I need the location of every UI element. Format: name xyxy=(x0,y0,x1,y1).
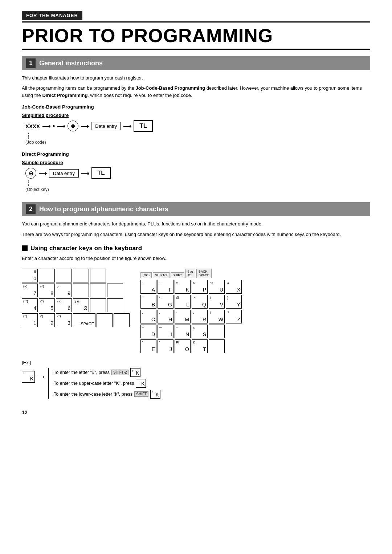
shift-badge: SHIFT xyxy=(134,391,148,397)
flow-arrow1: ⟶ xyxy=(42,123,50,130)
kb-key-6: (~) 6 xyxy=(56,298,72,312)
kb-key-R: .R xyxy=(192,310,208,323)
flow-arrow4: ⟶ xyxy=(123,123,131,130)
flow-tl1: TL xyxy=(134,120,153,132)
section1-header: 1 General instructions xyxy=(22,56,370,70)
kb-row2: (~) 7 (^) 8 ¿ 9 xyxy=(22,284,130,297)
kb-key-G: *G xyxy=(158,295,173,309)
kb-empty5 xyxy=(73,284,89,297)
kb-key-I: —I xyxy=(158,325,173,338)
section2-para1: You can program alphanumeric characters … xyxy=(22,220,370,228)
kb-top-row: (DC) SHIFT-2 SHIFT ¢ æÆ BACKSPACE xyxy=(140,269,242,278)
kb-key-X: &X xyxy=(226,280,242,294)
char-keys-heading: Using character keys on the keyboard xyxy=(30,245,142,252)
flow-minus-circle: ⊖ xyxy=(25,168,36,179)
ex-key-K: ° K xyxy=(22,371,35,383)
kb-key-T: £T xyxy=(192,339,208,353)
kb-key-Q: ✓Q xyxy=(192,295,208,309)
kb-key-8: (^) 8 xyxy=(39,284,55,297)
kb-key-2: (') 2 xyxy=(39,313,55,327)
kb-key-7: (~) 7 xyxy=(22,284,38,297)
kb-key-P: $P xyxy=(192,280,208,294)
section2-para2: There are two ways for programming chara… xyxy=(22,231,370,238)
sample-proc-label: Sample procedure xyxy=(22,160,370,165)
keyboard-right: (DC) SHIFT-2 SHIFT ¢ æÆ BACKSPACE "A "F … xyxy=(140,269,242,353)
object-key-note: (Object key) xyxy=(25,187,370,192)
page-title: PRIOR TO PROGRAMMING xyxy=(22,21,370,50)
kb-empty9 xyxy=(107,298,123,312)
kb-key-U: %U xyxy=(209,280,225,294)
kb-empty10 xyxy=(97,313,113,327)
direct-heading: Direct Programming xyxy=(22,151,370,157)
kb-key-C: :C xyxy=(140,310,156,323)
section2-wrapper: 2 How to program alphanumeric characters… xyxy=(22,202,370,398)
black-square-icon xyxy=(22,245,28,251)
for-manager-badge: FOR THE MANAGER xyxy=(22,11,370,21)
job-code-heading: Job-Code-Based Programming xyxy=(22,104,370,110)
job-code-note: (Job code) xyxy=(25,140,370,145)
flow-arrow6: ⟶ xyxy=(81,170,89,177)
flow-dot: • xyxy=(53,122,55,130)
kb-empty-r1 xyxy=(209,325,225,338)
ex-k-key: ° K xyxy=(150,390,160,399)
flow-arrow5: ⟶ xyxy=(38,170,47,177)
shift2-badge: SHIFT-2 xyxy=(111,370,128,375)
kb-key-L: @L xyxy=(175,295,191,309)
page-wrapper: FOR THE MANAGER PRIOR TO PROGRAMMING 1 G… xyxy=(22,11,370,415)
kb-key-K: #K xyxy=(175,280,191,294)
ex-line2: To enter the upper-case letter "K", pres… xyxy=(54,379,160,388)
kb-cent-ae: ¢ æÆ xyxy=(185,269,196,278)
flow-xxxx: XXXX xyxy=(25,123,40,129)
ex-key-sample: ° K ⟶ xyxy=(22,371,45,383)
kb-empty2 xyxy=(56,269,72,282)
dashed-vert2 xyxy=(28,180,370,186)
kb-empty8 xyxy=(90,298,106,312)
kb-backspace: BACKSPACE xyxy=(196,269,212,278)
keyboard-diagram: ß 0 (~) 7 (^) 8 xyxy=(22,269,370,353)
kb-key-J: ʼJ xyxy=(158,339,173,353)
kb-key-V: (V xyxy=(209,295,225,309)
char-keys-section: Using character keys on the keyboard xyxy=(22,245,370,252)
kb-rrow4: +D —I =N çS xyxy=(140,325,242,338)
kb-rrow3: :C ;H ·M .R !W ?Z xyxy=(140,310,242,323)
char-keys-para: Enter a character according to the posit… xyxy=(22,255,370,262)
kb-key-Z: ?Z xyxy=(226,310,242,323)
flow-tl2: TL xyxy=(91,167,111,179)
kb-empty3 xyxy=(73,269,89,282)
kb-row1: ß 0 xyxy=(22,269,130,282)
ex-line3: To enter the lower-case letter "k", pres… xyxy=(54,390,160,399)
flow-xcircle: ⊗ xyxy=(68,121,78,131)
keyboard-left: ß 0 (~) 7 (^) 8 xyxy=(22,269,130,353)
flow-arrow3: ⟶ xyxy=(81,123,89,130)
kb-key-E: ʻE xyxy=(140,339,156,353)
ex-K-key: K xyxy=(136,379,146,388)
kb-empty1 xyxy=(39,269,55,282)
section1-para1: This chapter illustrates how to program … xyxy=(22,74,370,82)
ex-arrow: ⟶ xyxy=(36,373,45,380)
kb-row4: (^) 1 (') 2 (°) 3 SPACE xyxy=(22,313,130,327)
page-number: 12 xyxy=(22,410,370,415)
simplified-proc-label: Simplified procedure xyxy=(22,113,370,118)
kb-key-Y: )Y xyxy=(226,295,242,309)
kb-empty7 xyxy=(107,284,123,297)
kb-empty11 xyxy=(114,313,130,327)
ex-label: [Ex.] xyxy=(22,360,370,365)
section2-header: 2 How to program alphanumeric characters xyxy=(22,202,370,216)
ex-row: ° K ⟶ To enter the letter "#", press SHI… xyxy=(22,368,370,399)
example-section: [Ex.] ° K ⟶ To enter the letter "#", pre… xyxy=(22,360,370,399)
kb-dc: (DC) xyxy=(140,272,152,278)
kb-key-D: +D xyxy=(140,325,156,338)
kb-shift2: SHIFT-2 xyxy=(153,272,170,278)
kb-key-0: ß 0 xyxy=(22,269,38,282)
kb-rrow1: "A "F #K $P %U &X xyxy=(140,280,242,294)
kb-key-space: SPACE xyxy=(73,313,95,327)
ex-lines: To enter the letter "#", press SHIFT-2 #… xyxy=(48,368,160,399)
kb-key-B: 'B xyxy=(140,295,156,309)
kb-key-A: "A xyxy=(140,280,156,294)
kb-key-3: (°) 3 xyxy=(56,313,72,327)
kb-empty6 xyxy=(90,284,106,297)
dashed-vert1 xyxy=(28,133,370,139)
sample-flow: ⊖ ⟶ Data entry ⟶ TL xyxy=(25,167,370,179)
kb-key-9: ¿ 9 xyxy=(56,284,72,297)
kb-empty4 xyxy=(90,269,106,282)
